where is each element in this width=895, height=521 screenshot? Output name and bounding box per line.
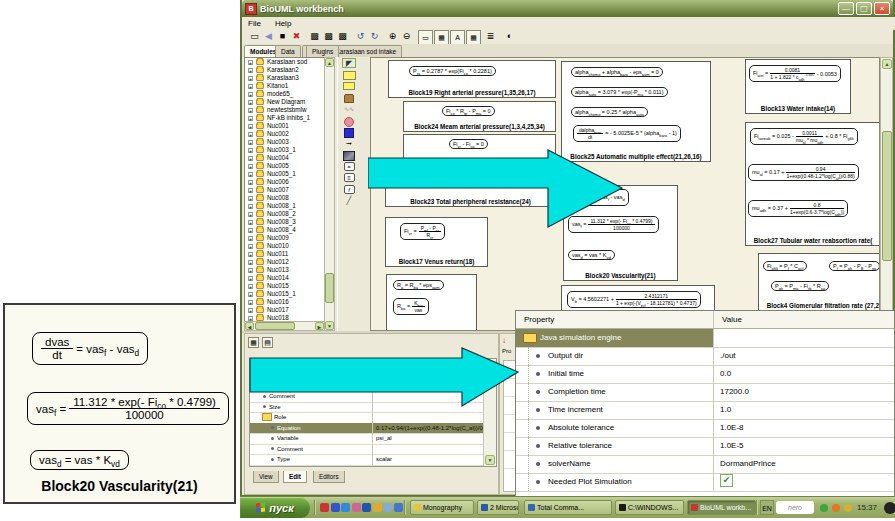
close-button[interactable]: × (874, 2, 890, 15)
equation-pill[interactable]: Fico * Rtp - Pma = 0 (442, 106, 495, 116)
block24[interactable]: Fico * Rtp - Pma = 0Block24 Meam arteria… (403, 101, 556, 132)
tree-item[interactable]: +Nuc015_1 (247, 290, 327, 298)
taskbar-button-biouml-workb-[interactable]: BioUML workb... (687, 500, 756, 515)
tree-item[interactable]: +Nuc014 (247, 274, 327, 282)
column-header-property[interactable]: Property (516, 311, 713, 329)
tree-item[interactable]: +Karaslaan3 (247, 74, 327, 82)
equation-pill[interactable]: Fitwreab = 0.025 -0.0011mual * muadh+ 0.… (750, 128, 858, 145)
tree-item[interactable]: +Nuc005 (247, 162, 327, 170)
tree-item[interactable]: +Nuc012 (247, 258, 327, 266)
tool-equation[interactable]: = (342, 162, 356, 172)
sim-property-relative-tolerance[interactable]: Relative tolerance1.0E-5 (516, 437, 894, 456)
tool-state[interactable] (342, 116, 356, 126)
print-icon[interactable]: ▩ (308, 30, 321, 43)
equation-pill[interactable]: Rba =Kbarvas (393, 298, 429, 315)
group-row-java-simulation-engine[interactable]: Java simulation engine (516, 329, 894, 348)
quick-launch-icon[interactable] (352, 503, 361, 512)
expander-icon[interactable]: + (248, 252, 253, 257)
equation-pill[interactable]: Ra = Rba * epsaum (393, 280, 444, 290)
expander-icon[interactable]: + (248, 292, 253, 297)
view-notation-icon[interactable]: ▭ (418, 30, 433, 45)
expander-icon[interactable]: + (248, 108, 253, 113)
checkbox-checked[interactable]: ✔ (720, 474, 733, 487)
sim-property-needed-plot-simulation[interactable]: Needed Plot Simulation✔ (516, 473, 894, 492)
tray-icon[interactable] (844, 504, 852, 512)
expander-icon[interactable]: + (248, 228, 253, 233)
tree-item[interactable]: +Karaslaan2 (247, 66, 327, 74)
expander-icon[interactable]: + (248, 60, 253, 65)
quick-launch-icon[interactable] (373, 503, 382, 512)
tree-item[interactable]: +Nuc008 (247, 194, 327, 202)
quick-launch-icon[interactable] (341, 503, 350, 512)
expander-icon[interactable]: + (248, 308, 253, 313)
tree-item[interactable]: +Nuc008_4 (247, 226, 327, 234)
tool-stamp[interactable] (342, 93, 356, 103)
tree-item[interactable]: +Kitano1 (247, 82, 327, 90)
tree-item[interactable]: +Nuc015 (247, 282, 327, 290)
tab-edit[interactable]: Edit (283, 471, 307, 483)
expander-icon[interactable]: + (248, 164, 253, 169)
tree-item[interactable]: +newtestsbmlw (247, 106, 327, 114)
page-setup-icon[interactable]: ▩ (336, 30, 349, 43)
maximize-button[interactable]: ▢ (856, 2, 872, 15)
title-bar[interactable]: B BioUML workbench — ▢ × (242, 0, 893, 17)
hierarchy-icon[interactable]: ≣ (484, 30, 497, 43)
sim-property-absolute-tolerance[interactable]: Absolute tolerance1.0E-8 (516, 419, 894, 438)
tool-note-small[interactable] (342, 81, 356, 91)
tree-item[interactable]: +Nuc008_1 (247, 202, 327, 210)
expander-icon[interactable]: + (248, 196, 253, 201)
expander-icon[interactable]: + (248, 156, 253, 161)
tool-polyline[interactable]: ∿∿ (342, 104, 356, 114)
tab-view[interactable]: View (253, 471, 279, 483)
column-header-value[interactable]: Value (713, 311, 894, 329)
menu-item-help[interactable]: Help (275, 19, 291, 28)
nero-deskband[interactable]: nero (776, 501, 814, 514)
expander-icon[interactable]: + (248, 172, 253, 177)
tree-item[interactable]: +Nuc007 (247, 186, 327, 194)
quick-launch-icon[interactable] (362, 503, 371, 512)
tab-editors[interactable]: Editors (313, 471, 345, 483)
expander-icon[interactable]: + (248, 92, 253, 97)
equation-pill[interactable]: dalphabarodt= - 5.0025E-5 * (alphabaro -… (573, 125, 681, 142)
block25[interactable]: alphachemo + alphabaro - epsaum = 0alpha… (561, 61, 711, 162)
expander-icon[interactable]: + (248, 268, 253, 273)
taskbar-button-monography[interactable]: Monography (410, 500, 474, 515)
expander-icon[interactable]: + (248, 140, 253, 145)
expander-icon[interactable]: + (248, 260, 253, 265)
diagram-vertical-scrollbar[interactable]: ▲ ▼ (880, 57, 893, 331)
tree-item[interactable]: +Nuc008_2 (247, 210, 327, 218)
sim-property-solvername[interactable]: solverNameDormandPrince (516, 455, 894, 474)
sim-property-output-dir[interactable]: Output dir./out (516, 347, 894, 366)
quick-launch-icon[interactable] (394, 503, 403, 512)
view-diagram-icon[interactable]: ▦ (434, 30, 449, 45)
block19[interactable]: Pra = 0.2787 * exp(Fico * 0.2281)Block19… (388, 60, 556, 98)
expander-icon[interactable]: + (248, 188, 253, 193)
block27[interactable]: Fitwreab = 0.025 -0.0011mual * muadh+ 0.… (745, 122, 880, 246)
equation-pill[interactable]: Figfilt = Pf * Cgcf (763, 261, 807, 271)
tree-item[interactable]: +Nuc011 (247, 250, 327, 258)
expander-icon[interactable]: + (248, 116, 253, 121)
tree-item[interactable]: +NF-kB inhibs_1 (247, 114, 327, 122)
expander-icon[interactable]: + (248, 132, 253, 137)
tool-note[interactable] (342, 70, 356, 80)
new-document-icon[interactable]: ▭ (248, 30, 261, 43)
quick-launch-icon[interactable] (331, 503, 340, 512)
tool-pointer[interactable]: ◤ (342, 58, 356, 68)
tab-data[interactable]: Data (275, 45, 301, 57)
expander-icon[interactable]: + (248, 180, 253, 185)
expander-icon[interactable]: + (248, 300, 253, 305)
expander-icon[interactable]: + (248, 76, 253, 81)
equation-pill[interactable]: Pf = Pgh - PB - Pgo (829, 261, 880, 271)
expander-icon[interactable]: + (248, 100, 253, 105)
zoom-out-icon[interactable]: ⊖ (400, 30, 413, 43)
tree-item[interactable]: +Nuc017 (247, 306, 327, 314)
expander-icon[interactable]: + (248, 84, 253, 89)
tree-item[interactable]: +Nuc008_3 (247, 218, 327, 226)
minimize-button[interactable]: — (838, 2, 854, 15)
block-arterial-resistance[interactable]: Ra = Rba * epsaumRba =Kbarvas (386, 274, 477, 331)
tree-item[interactable]: +Nuc003_1 (247, 146, 327, 154)
sim-property-initial-time[interactable]: Initial time0.0 (516, 365, 894, 384)
tree-item[interactable]: +Nuc001 (247, 122, 327, 130)
tray-icon[interactable] (820, 504, 828, 512)
taskbar-button-c-windows-[interactable]: C:\WINDOWS... (615, 500, 684, 515)
